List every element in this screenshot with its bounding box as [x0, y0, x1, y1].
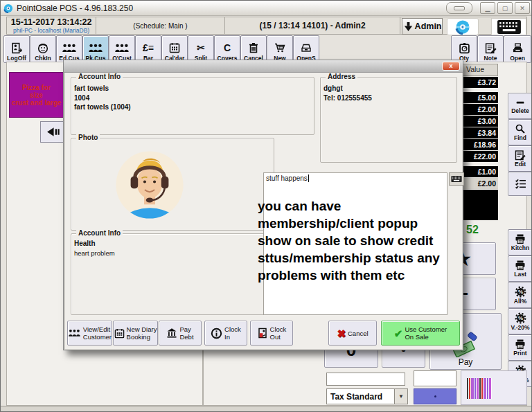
use-customer-label: Use Customer On Sale	[405, 325, 447, 341]
toolbar-logoff-button[interactable]: LogOff	[3, 35, 30, 63]
toolbar-edcus-button[interactable]: Ed.Cus	[56, 35, 82, 63]
toolbar-chkin-button[interactable]: ChkIn	[30, 35, 56, 63]
address-title: Address	[326, 73, 357, 80]
keyboard-button[interactable]	[491, 18, 526, 35]
customer-name-number: fart towels (1004)	[74, 102, 314, 112]
note-label: Note	[484, 55, 497, 62]
edit-label: Edit	[515, 161, 526, 168]
account-info-title: Account Info	[76, 73, 123, 80]
close-button[interactable]: ✕	[515, 2, 530, 14]
tax-selected-value: Tax Standard	[327, 392, 394, 402]
health-label: Health	[74, 239, 274, 249]
people-icon	[68, 328, 81, 338]
address-phone: Tel: 012555455	[323, 93, 456, 103]
bar-tab-icon: £≡	[143, 41, 154, 55]
session-text: (15 / 13:14 14101) - Admin2	[260, 21, 366, 30]
cash-register-icon	[512, 41, 524, 55]
delete-line-button[interactable]: Delete	[508, 93, 532, 119]
percent-gear-icon	[515, 312, 526, 324]
pay-label: Pay	[459, 357, 473, 367]
clock-out-button[interactable]: Clock Out	[250, 321, 293, 346]
open-button[interactable]: Open	[504, 35, 531, 63]
green-check-icon: ✔	[394, 330, 403, 337]
session-cell: (15 / 13:14 14101) - Admin2	[225, 17, 401, 34]
titlebar-extra-button[interactable]	[446, 2, 472, 14]
print-button[interactable]: Print	[508, 334, 532, 361]
v20-label: V.-20%	[511, 324, 529, 331]
delete-label: Delete	[511, 107, 529, 114]
tax-dropdown[interactable]: Tax Standard ▼	[326, 388, 408, 404]
kitchn-label: Kitchn	[511, 244, 529, 251]
barcode-button[interactable]	[461, 370, 527, 405]
pay-debt-button[interactable]: Pay Debt	[159, 321, 202, 346]
customer-popup-dialog: x Account Info fart towels 1004 fart tow…	[63, 60, 463, 350]
entry-input[interactable]	[326, 373, 405, 386]
customer-avatar	[113, 148, 186, 222]
toolbar-new-button[interactable]: New	[267, 35, 293, 63]
account-info2-title: Account Info	[76, 229, 123, 237]
clock-out-label: Clock Out	[270, 325, 287, 341]
window-titlebar: PointOsale POS - 4.96.183.250 ▁ ▢ ✕	[1, 1, 532, 16]
toolbar-calendar-button[interactable]: Cal'dar	[161, 35, 188, 63]
clock-in-button[interactable]: Clock In	[204, 321, 247, 346]
memo-text: stuff happens	[266, 174, 309, 182]
amount-input[interactable]	[414, 370, 456, 386]
use-customer-on-sale-button[interactable]: ✔ Use Customer On Sale	[381, 321, 460, 346]
toolbar-opens-button[interactable]: OpenS	[293, 35, 319, 63]
quantity-action-button[interactable]	[414, 388, 456, 404]
memo-keyboard-button[interactable]	[449, 172, 464, 186]
printer-icon	[515, 260, 526, 271]
printer-icon	[515, 233, 526, 244]
pay-debt-label: Pay Debt	[179, 325, 193, 341]
schedule-cell: (Schedule: Main )	[96, 17, 225, 34]
info-circle-icon	[211, 328, 222, 339]
address-line: dghgt	[323, 84, 456, 93]
dialog-close-button[interactable]: x	[442, 62, 460, 71]
last-print-button[interactable]: Last	[508, 256, 532, 282]
edit-button[interactable]: Edit	[508, 145, 532, 172]
toolbar-label: ChkIn	[35, 55, 51, 62]
admin-button[interactable]: Admin	[402, 18, 442, 35]
people-icon	[114, 41, 130, 55]
cancel-label: Cancel	[348, 330, 369, 337]
item-list-button[interactable]	[508, 172, 532, 196]
find-button[interactable]: Find	[508, 119, 532, 145]
bank-icon	[166, 328, 177, 339]
new-diary-label: New Diary Booking	[127, 325, 157, 341]
pizza-product-button[interactable]: Pizza for size crust and large	[9, 72, 64, 118]
dialog-titlebar[interactable]	[64, 60, 463, 73]
dialog-cancel-button[interactable]: ✖ Cancel	[328, 321, 377, 346]
view-edit-label: View/Edit Customer	[83, 325, 112, 341]
note-button[interactable]: Note	[477, 35, 504, 63]
info-bar: 15-11-2017 13:14:22 phil-PC - localhost …	[6, 17, 527, 35]
app-logo-icon	[3, 3, 13, 13]
dropdown-caret-icon[interactable]: ▼	[394, 389, 407, 404]
titlebar-extra-glyph	[454, 6, 465, 10]
back-button[interactable]	[40, 121, 66, 143]
toolbar-split-button[interactable]: ✂ Split	[188, 35, 214, 63]
kitchen-print-button[interactable]: Kitchn	[508, 229, 532, 256]
toolbar-pkcus-button[interactable]: Pk.Cus	[82, 35, 109, 63]
view-edit-customer-button[interactable]: View/Edit Customer	[67, 321, 112, 346]
v20-percent-button[interactable]: V.-20%	[508, 308, 532, 334]
percent-gear-icon	[515, 286, 526, 298]
red-cross-icon: ✖	[337, 330, 346, 337]
minimize-button[interactable]: ▁	[480, 2, 495, 14]
toolbar-covers-button[interactable]: C Covers	[214, 35, 240, 63]
maximize-button[interactable]: ▢	[497, 2, 513, 14]
toolbar-cancel-button[interactable]: Cancel	[240, 35, 267, 63]
admin-label: Admin	[415, 21, 442, 31]
new-diary-booking-button[interactable]: New Diary Booking	[113, 321, 158, 346]
qty-button[interactable]: Qty	[451, 35, 477, 63]
printer-icon	[515, 339, 526, 350]
open-label: Open	[510, 55, 525, 62]
toolbar-bar-button[interactable]: £≡ Bar	[135, 35, 161, 63]
toolbar-qcust-button[interactable]: Q'Cust	[109, 35, 135, 63]
account-info-groupbox: Account Info fart towels 1004 fart towel…	[71, 77, 314, 135]
print-label: Print	[513, 350, 526, 357]
health-value: heart problem	[74, 249, 274, 258]
calendar-icon	[169, 41, 180, 55]
dot-glyph	[434, 395, 436, 397]
all-percent-button[interactable]: All%	[508, 282, 532, 308]
customer-number: 1004	[74, 93, 314, 103]
